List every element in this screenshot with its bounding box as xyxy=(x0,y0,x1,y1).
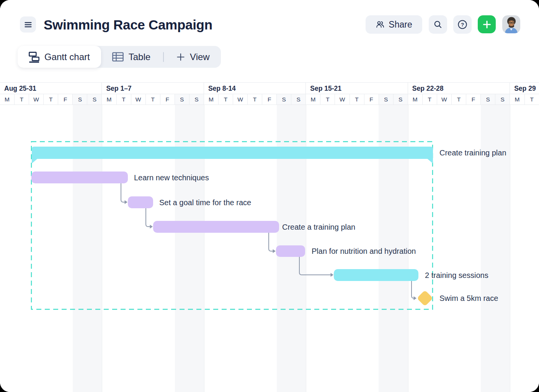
task-bar-sessions[interactable] xyxy=(334,269,418,281)
day-header-cell: F xyxy=(262,94,276,105)
task-label-race[interactable]: Swim a 5km race xyxy=(439,293,498,303)
week-column: Sep 15-21MTWTFSS xyxy=(305,83,407,105)
day-header-cell: S xyxy=(480,94,495,105)
tab-table[interactable]: Table xyxy=(101,46,162,68)
day-header-cell: M xyxy=(102,94,116,105)
day-header-cell: M xyxy=(408,94,422,105)
day-header-cell: T xyxy=(218,94,233,105)
week-column: Sep 1–7MTWTFSS xyxy=(101,83,203,105)
day-row: MTWTFSS xyxy=(204,94,305,105)
header: Swimming Race Campaign Share xyxy=(0,0,539,46)
week-column: Aug 25-31MTWTFSS xyxy=(0,83,101,105)
day-header-cell: M xyxy=(204,94,218,105)
tab-view-label: View xyxy=(190,52,210,62)
day-header-cell: F xyxy=(58,94,72,105)
share-button[interactable]: Share xyxy=(366,15,422,34)
day-header-cell: W xyxy=(233,94,247,105)
day-row: MTWTFSS xyxy=(0,94,101,105)
week-label: Aug 25-31 xyxy=(0,83,101,94)
day-header-cell: T xyxy=(14,94,29,105)
day-header-cell: T xyxy=(43,94,58,105)
task-label-summary[interactable]: Create training plan xyxy=(439,148,506,158)
day-header-cell: T xyxy=(116,94,131,105)
view-tabs: Gantt chart Table View xyxy=(18,46,221,68)
day-header-cell: S xyxy=(87,94,101,105)
day-header-cell: M xyxy=(510,94,524,105)
day-header-cell: T xyxy=(422,94,437,105)
day-header-cell: S xyxy=(276,94,291,105)
day-header-cell: T xyxy=(145,94,160,105)
help-button[interactable]: ? xyxy=(453,15,472,34)
tab-add-view[interactable]: View xyxy=(165,46,221,68)
task-bar-learn[interactable] xyxy=(31,172,128,183)
day-header-cell: S xyxy=(175,94,189,105)
day-header-cell: W xyxy=(335,94,349,105)
menu-button[interactable] xyxy=(20,16,36,33)
day-header-cell: F xyxy=(160,94,175,105)
search-icon xyxy=(433,20,443,29)
day-header-cell: S xyxy=(291,94,305,105)
day-header-cell: M xyxy=(306,94,320,105)
day-header-cell: M xyxy=(0,94,14,105)
plus-icon xyxy=(482,20,492,29)
task-bar-goal[interactable] xyxy=(128,196,153,208)
share-users-icon xyxy=(376,20,385,29)
hamburger-icon xyxy=(24,20,33,29)
day-header-cell: T xyxy=(350,94,364,105)
add-button[interactable] xyxy=(478,15,496,33)
day-header-cell: S xyxy=(393,94,408,105)
day-header-cell: S xyxy=(72,94,87,105)
tab-table-label: Table xyxy=(129,52,150,62)
table-icon xyxy=(112,52,124,62)
plus-view-icon xyxy=(176,53,185,61)
day-header-cell: W xyxy=(29,94,43,105)
week-separator xyxy=(510,105,510,392)
help-circle-icon: ? xyxy=(457,20,467,29)
week-label: Sep 29 xyxy=(510,83,539,94)
week-label: Sep 22-28 xyxy=(408,83,510,94)
day-header-cell: T xyxy=(247,94,262,105)
day-header-cell: T xyxy=(451,94,466,105)
week-label: Sep 8-14 xyxy=(204,83,305,94)
share-label: Share xyxy=(389,20,412,30)
day-header-cell: F xyxy=(466,94,480,105)
page-title: Swimming Race Campaign xyxy=(44,16,212,33)
search-button[interactable] xyxy=(429,15,447,34)
gantt-chart-icon xyxy=(29,51,39,63)
day-header-cell: S xyxy=(495,94,510,105)
user-avatar[interactable] xyxy=(502,15,520,33)
tab-divider xyxy=(163,52,164,62)
app-window: Swimming Race Campaign Share xyxy=(0,0,539,392)
task-label-goal[interactable]: Set a goal time for the race xyxy=(159,198,251,207)
week-label: Sep 1–7 xyxy=(102,83,203,94)
day-header-cell: F xyxy=(364,94,379,105)
day-row: MTWTFSS xyxy=(102,94,203,105)
day-header-cell: T xyxy=(320,94,335,105)
day-header-cell: T xyxy=(524,94,539,105)
week-column: Sep 29MT xyxy=(510,83,539,105)
task-label-sessions[interactable]: 2 training sessions xyxy=(425,270,488,280)
task-label-nutrition[interactable]: Plan for nutrition and hydration xyxy=(312,246,416,256)
tab-gantt-chart[interactable]: Gantt chart xyxy=(18,46,101,68)
help-glyph: ? xyxy=(461,22,464,28)
week-column: Sep 22-28MTWTFSS xyxy=(408,83,510,105)
week-column: Sep 8-14MTWTFSS xyxy=(204,83,305,105)
task-label-learn[interactable]: Learn new techniques xyxy=(134,173,209,183)
day-header-cell: W xyxy=(131,94,145,105)
day-row: MTWTFSS xyxy=(408,94,510,105)
task-bar-plan[interactable] xyxy=(153,221,279,233)
day-header-cell: W xyxy=(437,94,451,105)
timeline-header: Aug 25-31MTWTFSSSep 1–7MTWTFSSSep 8-14MT… xyxy=(0,82,539,105)
day-row: MT xyxy=(510,94,539,105)
week-label: Sep 15-21 xyxy=(306,83,407,94)
day-header-cell: S xyxy=(189,94,204,105)
task-bar-nutrition[interactable] xyxy=(276,245,305,257)
day-row: MTWTFSS xyxy=(306,94,407,105)
tab-gantt-label: Gantt chart xyxy=(44,52,90,62)
day-header-cell: S xyxy=(379,94,393,105)
task-label-plan[interactable]: Create a training plan xyxy=(282,222,355,232)
